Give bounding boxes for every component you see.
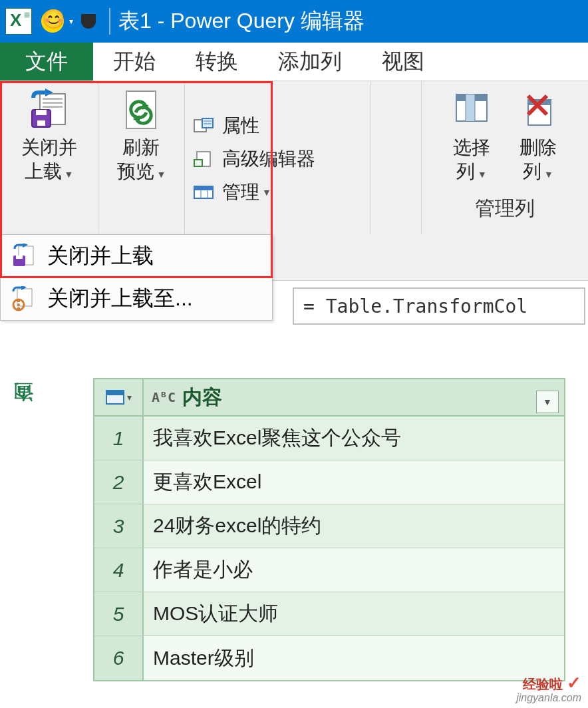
table-cell: 更喜欢Excel [144, 460, 564, 504]
select-columns-icon [448, 87, 495, 133]
ribbon-group-close-load: 关闭并 上载▼ [0, 81, 98, 234]
close-load-label: 关闭并上载 [47, 242, 154, 271]
table-row[interactable]: 6 Master级别 [94, 636, 564, 680]
table-cell: MOS认证大师 [144, 592, 564, 635]
table-cell: 我喜欢Excel聚焦这个公众号 [144, 417, 564, 460]
chevron-down-icon: ▼ [478, 169, 487, 180]
select-cols-label-2: 列▼ [456, 160, 487, 184]
close-load-label-2: 上载▼ [25, 160, 74, 184]
remove-columns-icon [515, 87, 561, 133]
table-corner-button[interactable]: ▾ [94, 379, 144, 415]
menu-transform[interactable]: 转换 [176, 43, 258, 81]
refresh-label-2: 预览▼ [117, 160, 166, 184]
title-bar: ▾ 表1 - Power Query 编辑器 [0, 0, 588, 43]
table-row[interactable]: 5 MOS认证大师 [94, 592, 564, 636]
row-number: 5 [94, 592, 144, 635]
table-icon [106, 390, 124, 405]
table-header: ▾ AᴮC 内容 ▼ [94, 379, 564, 417]
svg-rect-38 [17, 299, 20, 302]
svg-rect-32 [16, 256, 23, 259]
chevron-down-icon: ▼ [543, 397, 552, 407]
svg-rect-3 [43, 106, 63, 108]
chevron-down-icon: ▼ [65, 169, 74, 180]
select-cols-label-1: 选择 [453, 136, 490, 160]
table-row[interactable]: 2 更喜欢Excel [94, 460, 564, 504]
properties-label: 属性 [222, 113, 259, 138]
manage-columns-group-label: 管理列 [475, 184, 535, 222]
text-type-icon: AᴮC [152, 389, 176, 405]
close-load-to-label: 关闭并上载至... [47, 284, 193, 313]
ribbon-group-refresh: 刷新 预览▼ [98, 81, 185, 234]
row-number: 2 [94, 460, 144, 504]
content-area: 查询 ▾ AᴮC 内容 ▼ 1 我喜欢Excel聚焦这个公众号 [0, 338, 588, 681]
qat-dropdown-icon[interactable]: ▾ [69, 17, 73, 26]
menu-home[interactable]: 开始 [93, 43, 176, 81]
row-number: 6 [94, 636, 144, 680]
data-table: ▾ AᴮC 内容 ▼ 1 我喜欢Excel聚焦这个公众号 2 更喜欢Excel [93, 378, 565, 681]
formula-text: = Table.TransformCol [303, 295, 527, 317]
ribbon-group-manage-columns: 选择 列▼ 删除 列▼ 管理列 [422, 81, 588, 234]
close-load-dropdown: 关闭并上载 关闭并上载至... [0, 234, 273, 321]
close-load-icon [9, 242, 38, 271]
window-title: 表1 - Power Query 编辑器 [118, 7, 365, 36]
chevron-down-icon: ▼ [544, 169, 553, 180]
svg-rect-23 [466, 94, 475, 121]
advanced-editor-label: 高级编辑器 [222, 146, 315, 172]
close-load-menu-item[interactable]: 关闭并上载 [1, 235, 272, 277]
advanced-editor-icon [192, 149, 216, 169]
table-row[interactable]: 4 作者是小必 [94, 548, 564, 592]
close-load-button[interactable]: 关闭并 上载▼ [21, 87, 77, 184]
close-load-label-1: 关闭并 [21, 136, 77, 160]
title-separator [109, 8, 110, 35]
select-columns-button[interactable]: 选择 列▼ [448, 87, 495, 184]
menu-file[interactable]: 文件 [0, 43, 93, 81]
column-header-content[interactable]: AᴮC 内容 ▼ [144, 384, 564, 411]
row-number: 3 [94, 504, 144, 548]
menu-view[interactable]: 视图 [362, 43, 444, 81]
watermark: 经验啦 ✓ jingyanla.com [516, 673, 581, 704]
ribbon-group-query: 属性 高级编辑器 [185, 81, 371, 234]
chevron-down-icon: ▾ [127, 392, 132, 403]
advanced-editor-button[interactable]: 高级编辑器 [192, 146, 315, 172]
manage-label: 管理 [222, 180, 259, 205]
manage-icon [192, 182, 216, 202]
table-row[interactable]: 3 24财务excel的特约 [94, 504, 564, 548]
svg-rect-39 [17, 307, 20, 310]
svg-rect-16 [194, 160, 202, 166]
qat-separator-icon [81, 14, 96, 29]
row-number: 1 [94, 417, 144, 460]
table-row[interactable]: 1 我喜欢Excel聚焦这个公众号 [94, 417, 564, 460]
menu-bar: 文件 开始 转换 添加列 视图 [0, 43, 588, 81]
remove-cols-label-2: 列▼ [523, 160, 553, 184]
svg-rect-1 [43, 98, 63, 100]
queries-pane-tab[interactable]: 查询 [0, 378, 47, 681]
refresh-icon [118, 87, 164, 133]
table-cell: 作者是小必 [144, 548, 564, 592]
svg-rect-7 [37, 120, 45, 126]
remove-columns-button[interactable]: 删除 列▼ [515, 87, 561, 184]
table-cell: 24财务excel的特约 [144, 504, 564, 548]
svg-rect-2 [43, 102, 63, 104]
formula-bar[interactable]: = Table.TransformCol [293, 287, 585, 325]
svg-point-37 [17, 303, 20, 306]
ribbon-spacer [371, 81, 422, 234]
excel-logo-icon [5, 8, 32, 35]
manage-button[interactable]: 管理 ▼ [192, 180, 271, 205]
menu-add-column[interactable]: 添加列 [258, 43, 362, 81]
svg-rect-12 [202, 118, 213, 128]
remove-cols-label-1: 删除 [519, 136, 557, 160]
table-cell: Master级别 [144, 636, 564, 680]
column-header-label: 内容 [182, 384, 222, 411]
svg-rect-18 [194, 186, 213, 190]
ribbon: 关闭并 上载▼ 刷新 预览▼ [0, 81, 588, 281]
smiley-icon[interactable] [41, 10, 64, 33]
chevron-down-icon: ▼ [157, 169, 166, 180]
close-load-to-icon [9, 284, 38, 313]
refresh-preview-button[interactable]: 刷新 预览▼ [117, 87, 166, 184]
check-icon: ✓ [567, 673, 581, 693]
properties-button[interactable]: 属性 [192, 113, 259, 138]
properties-icon [192, 116, 216, 136]
column-filter-button[interactable]: ▼ [536, 391, 559, 413]
close-load-to-menu-item[interactable]: 关闭并上载至... [1, 277, 272, 320]
close-load-icon [26, 87, 73, 133]
